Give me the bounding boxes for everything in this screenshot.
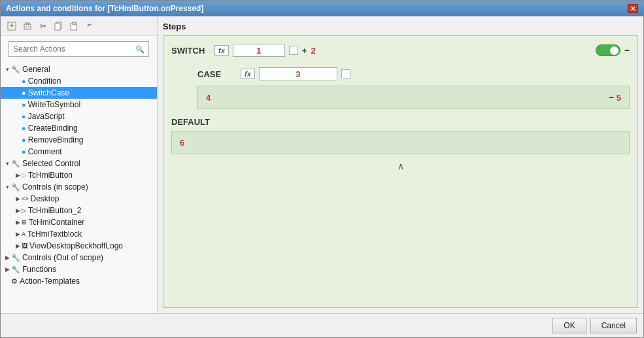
case-body-num: 4 [206, 93, 211, 103]
default-label: DEFAULT [171, 117, 630, 127]
tree-item-writetosymbol[interactable]: ● WriteToSymbol [1, 99, 157, 110]
node-icon: A [22, 231, 25, 237]
tree-item-javascript[interactable]: ● JavaScript [1, 110, 157, 122]
case-fx-button[interactable]: fx [241, 69, 255, 79]
steps-content: SWITCH fx + 2 − CASE fx [163, 35, 638, 308]
default-body-num: 6 [180, 138, 184, 148]
svg-rect-3 [25, 23, 29, 24]
node-icon: ▷ [22, 172, 26, 178]
gear-icon: ⚙ [11, 277, 18, 286]
switch-fx-button[interactable]: fx [214, 45, 229, 56]
tree-item-controls-in-scope[interactable]: ▾ 🔧 Controls (in scope) [1, 181, 157, 193]
case-input[interactable] [259, 67, 337, 80]
expand-icon: ▶ [14, 243, 22, 249]
collapse-row: ∧ [171, 161, 630, 171]
bottom-bar: OK Cancel [1, 313, 643, 337]
tree-item-tchmibutton[interactable]: ▶ ▷ TcHmiButton [1, 169, 157, 181]
cancel-button[interactable]: Cancel [590, 318, 637, 333]
tree-label: Controls (in scope) [22, 182, 88, 192]
tree-label: TcHmiTextblock [27, 229, 82, 239]
tree-item-functions[interactable]: ▶ 🔧 Functions [1, 263, 157, 275]
delete-action-button[interactable] [20, 19, 35, 33]
undo-button[interactable] [83, 19, 97, 33]
node-icon: ▷ [22, 207, 26, 214]
gear-icon: 🔧 [11, 254, 20, 262]
node-icon: 🖼 [22, 243, 27, 249]
svg-text:✂: ✂ [40, 22, 46, 31]
svg-rect-8 [55, 24, 60, 30]
tree-item-tchmibutton2[interactable]: ▶ ▷ TcHmiButton_2 [1, 205, 157, 216]
switch-toggle[interactable] [596, 44, 620, 56]
tree-label: Desktop [31, 194, 59, 203]
tree-label: Comment [28, 147, 62, 156]
default-section: DEFAULT 6 [171, 117, 630, 154]
gear-icon: 🔧 [11, 183, 20, 192]
tree-area: ▾ 🔧 General ● Condition ● SwitchCase ● [1, 62, 157, 313]
tree-item-desktop[interactable]: ▶ <> Desktop [1, 193, 157, 205]
switch-num-label: 2 [311, 46, 315, 56]
steps-title: Steps [163, 22, 638, 31]
circle-icon: ● [22, 101, 26, 109]
switch-minus-button[interactable]: − [624, 45, 630, 56]
tree-item-action-templates[interactable]: ⚙ Action-Templates [1, 275, 157, 287]
switch-plus-button[interactable]: + [302, 46, 307, 56]
search-input[interactable] [13, 44, 135, 54]
tree-label: WriteToSymbol [28, 100, 80, 109]
title-bar: Actions and conditions for [TcHmiButton.… [1, 1, 643, 16]
svg-rect-2 [24, 24, 31, 29]
paste-button[interactable] [67, 19, 82, 33]
circle-icon: ● [22, 77, 26, 85]
case-section: CASE fx 4 − 5 [197, 67, 630, 109]
tree-label: ViewDesktopBeckhoffLogo [29, 241, 123, 250]
tree-item-selected-control[interactable]: ▾ 🔧 Selected Control [1, 158, 157, 169]
tree-item-switchcase[interactable]: ● SwitchCase [1, 87, 157, 99]
expand-icon: ▶ [14, 195, 22, 202]
circle-icon: ● [22, 112, 26, 120]
circle-icon: ● [22, 124, 26, 132]
action-toolbar: + ✂ [1, 16, 157, 36]
title-bar-buttons: ✕ [628, 4, 638, 13]
cut-button[interactable]: ✂ [36, 19, 50, 33]
expand-icon: ▶ [14, 231, 22, 237]
case-minus-button[interactable]: − 5 [609, 92, 621, 103]
tree-item-tchmicontainer[interactable]: ▶ ⊞ TcHmiContainer [1, 216, 157, 228]
main-content: + ✂ [1, 16, 643, 313]
switch-input[interactable] [233, 44, 285, 57]
tree-item-general[interactable]: ▾ 🔧 General [1, 63, 157, 75]
ok-button[interactable]: OK [552, 318, 586, 333]
expand-icon: ▾ [3, 66, 11, 73]
circle-icon: ● [22, 136, 26, 144]
main-window: Actions and conditions for [TcHmiButton.… [0, 0, 644, 338]
tree-item-tchmitextblock[interactable]: ▶ A TcHmiTextblock [1, 228, 157, 240]
case-label: CASE [197, 69, 237, 79]
tree-label: SwitchCase [28, 88, 69, 97]
expand-icon: ▾ [3, 160, 11, 167]
tree-item-viewdesktopbeckhofflogo[interactable]: ▶ 🖼 ViewDesktopBeckhoffLogo [1, 240, 157, 252]
tree-label: Selected Control [22, 159, 80, 168]
tree-label: RemoveBinding [28, 135, 84, 144]
switch-label: SWITCH [171, 46, 211, 56]
search-icon: 🔍 [135, 45, 144, 54]
add-action-button[interactable]: + [5, 19, 19, 33]
tree-label: Functions [22, 265, 56, 274]
switch-checkbox[interactable] [289, 46, 298, 55]
tree-label: TcHmiButton_2 [28, 206, 81, 215]
case-minus-num: 5 [617, 93, 621, 103]
tree-item-createbinding[interactable]: ● CreateBinding [1, 122, 157, 134]
copy-button[interactable] [52, 19, 66, 33]
close-button[interactable]: ✕ [628, 4, 638, 13]
tree-item-condition[interactable]: ● Condition [1, 75, 157, 87]
right-panel: Steps SWITCH fx + 2 − CASE [158, 16, 643, 313]
tree-item-removebinding[interactable]: ● RemoveBinding [1, 134, 157, 146]
tree-item-controls-out-scope[interactable]: ▶ 🔧 Controls (Out of scope) [1, 252, 157, 263]
collapse-button[interactable]: ∧ [398, 161, 404, 171]
tree-label: Condition [28, 76, 61, 86]
tree-item-comment[interactable]: ● Comment [1, 146, 157, 158]
expand-icon: ▾ [3, 184, 11, 190]
case-checkbox[interactable] [341, 69, 350, 78]
switch-row: SWITCH fx + 2 − [171, 44, 630, 57]
node-icon: ⊞ [22, 219, 27, 226]
window-title: Actions and conditions for [TcHmiButton.… [6, 4, 203, 13]
case-body: 4 − 5 [197, 86, 630, 109]
tree-label: General [22, 65, 50, 74]
